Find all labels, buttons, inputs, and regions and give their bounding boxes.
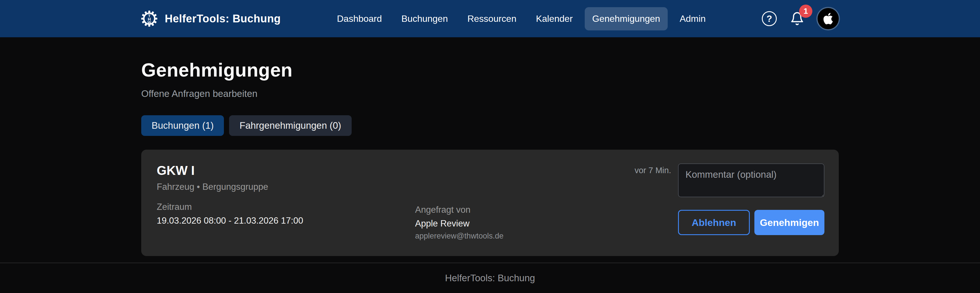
- resource-info-column: GKW I Fahrzeug • Bergungsgruppe Zeitraum…: [157, 163, 415, 226]
- notifications-button[interactable]: 1: [790, 11, 804, 26]
- resource-name: GKW I: [157, 163, 415, 178]
- page-title: Genehmigungen: [141, 59, 839, 81]
- brand-title: HelferTools: Buchung: [165, 13, 281, 25]
- nav-item-dashboard[interactable]: Dashboard: [329, 7, 390, 30]
- help-glyph: ?: [767, 13, 772, 24]
- requester-email: applereview@thwtools.de: [415, 232, 635, 241]
- main-content: Genehmigungen Offene Anfragen bearbeiten…: [0, 37, 980, 263]
- nav-item-genehmigungen[interactable]: Genehmigungen: [585, 7, 668, 30]
- period-value: 19.03.2026 08:00 - 21.03.2026 17:00: [157, 215, 415, 226]
- brand[interactable]: T H W HelferTools: Buchung: [141, 11, 281, 27]
- svg-text:W: W: [148, 21, 151, 25]
- tab-fahrgenehmigungen[interactable]: Fahrgenehmigungen (0): [229, 115, 352, 136]
- top-navbar: T H W HelferTools: Buchung Dashboard Buc…: [0, 0, 980, 37]
- nav-item-ressourcen[interactable]: Ressourcen: [460, 7, 524, 30]
- comment-input[interactable]: [678, 163, 824, 197]
- help-icon[interactable]: ?: [762, 11, 777, 26]
- user-avatar[interactable]: [818, 8, 839, 29]
- navbar-actions: ? 1: [762, 8, 839, 29]
- page-subtitle: Offene Anfragen bearbeiten: [141, 88, 839, 99]
- thw-gear-logo-icon: T H W: [141, 11, 157, 27]
- booking-request-card: GKW I Fahrzeug • Bergungsgruppe Zeitraum…: [141, 150, 839, 256]
- period-field: Zeitraum 19.03.2026 08:00 - 21.03.2026 1…: [157, 202, 415, 226]
- requester-name: Apple Review: [415, 219, 635, 229]
- approval-tabs: Buchungen (1) Fahrgenehmigungen (0): [141, 115, 839, 136]
- requester-column: Angefragt von Apple Review applereview@t…: [415, 163, 635, 241]
- action-buttons: Ablehnen Genehmigen: [678, 210, 824, 235]
- decision-column: vor 7 Min. Ablehnen Genehmigen: [635, 163, 824, 235]
- comment-and-actions: Ablehnen Genehmigen: [678, 163, 824, 235]
- time-ago: vor 7 Min.: [635, 163, 671, 235]
- requester-label: Angefragt von: [415, 205, 635, 215]
- footer-text: HelferTools: Buchung: [445, 272, 535, 283]
- period-label: Zeitraum: [157, 202, 415, 212]
- resource-meta: Fahrzeug • Bergungsgruppe: [157, 182, 415, 192]
- page-footer: HelferTools: Buchung: [0, 263, 980, 293]
- nav-item-buchungen[interactable]: Buchungen: [394, 7, 455, 30]
- reject-button[interactable]: Ablehnen: [678, 210, 750, 235]
- notification-badge: 1: [799, 5, 812, 18]
- nav-item-kalender[interactable]: Kalender: [528, 7, 580, 30]
- apple-icon: [822, 12, 834, 25]
- main-nav: Dashboard Buchungen Ressourcen Kalender …: [329, 7, 713, 30]
- nav-item-admin[interactable]: Admin: [672, 7, 713, 30]
- approve-button[interactable]: Genehmigen: [754, 210, 824, 235]
- tab-buchungen[interactable]: Buchungen (1): [141, 115, 224, 136]
